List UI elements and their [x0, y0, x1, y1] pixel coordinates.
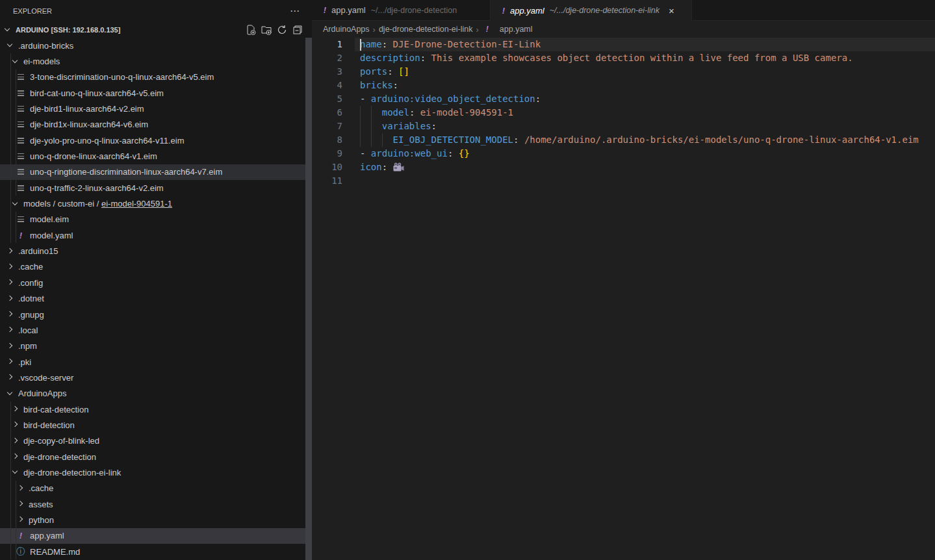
- chevron-right-icon[interactable]: [10, 404, 21, 414]
- yaml-icon: !: [498, 5, 509, 16]
- code-token: [453, 148, 458, 159]
- chevron-down-icon: [3, 25, 13, 35]
- tree-item-label: ArduinoApps: [18, 388, 66, 398]
- tree-item[interactable]: dje-bird1x-linux-aarch64-v6.eim: [0, 117, 312, 133]
- tree-item[interactable]: ei-models: [0, 53, 312, 69]
- tree-item[interactable]: uno-q-ringtione-discrimination-linux-aar…: [0, 164, 312, 180]
- code-line[interactable]: 11: [312, 174, 935, 188]
- code-line[interactable]: 6 model: ei-model-904591-1: [312, 106, 935, 120]
- tree-item[interactable]: .gnupg: [0, 307, 312, 322]
- breadcrumb-item[interactable]: !app.yaml: [482, 24, 533, 34]
- code-line[interactable]: 9- arduino:web_ui: {}: [312, 147, 935, 160]
- code-token: :: [393, 80, 398, 90]
- indent-guide: [10, 180, 11, 196]
- collapse-all-icon[interactable]: [292, 25, 303, 35]
- chevron-right-icon[interactable]: [5, 325, 16, 335]
- workspace-section-header[interactable]: ARDUINO [SSH: 192.168.0.135]: [0, 21, 312, 38]
- chevron-down-icon[interactable]: [5, 388, 16, 399]
- tree-item[interactable]: dje-drone-detection: [0, 449, 312, 465]
- code-line[interactable]: 2description: This example showcases obj…: [312, 51, 935, 65]
- tree-item[interactable]: models / custom-ei / ei-model-904591-1: [0, 196, 312, 211]
- tree-item[interactable]: .local: [0, 322, 312, 338]
- refresh-icon[interactable]: [277, 25, 287, 35]
- chevron-right-icon[interactable]: [10, 452, 21, 462]
- code-token: DJE-Drone-Detection-EI-Link: [387, 39, 541, 49]
- chevron-right-icon[interactable]: [10, 436, 21, 446]
- tree-item[interactable]: .dotnet: [0, 291, 312, 307]
- file-icon: [16, 104, 26, 114]
- tree-item[interactable]: assets: [0, 496, 312, 512]
- tree-item[interactable]: dje-copy-of-blink-led: [0, 433, 312, 449]
- chevron-right-icon[interactable]: [16, 515, 26, 525]
- tree-item[interactable]: !app.yaml: [0, 528, 312, 544]
- tree-item[interactable]: !model.yaml: [0, 227, 312, 243]
- breadcrumb-item[interactable]: ArduinoApps: [323, 25, 370, 34]
- new-folder-icon[interactable]: [261, 25, 272, 35]
- tree-item[interactable]: .npm: [0, 338, 312, 354]
- tree-item[interactable]: uno-q-drone-linux-aarch64-v1.eim: [0, 148, 312, 164]
- tree-item[interactable]: .arduino-bricks: [0, 38, 312, 53]
- tree-item[interactable]: .config: [0, 275, 312, 290]
- tab-bar: !app.yaml~/.../dje-drone-detection!app.y…: [312, 0, 935, 21]
- file-lines-glyph: [18, 121, 24, 127]
- tree-item[interactable]: .pki: [0, 354, 312, 370]
- tree-item-label: .cache: [29, 483, 53, 493]
- tree-item[interactable]: ⓘREADME.md: [0, 544, 312, 559]
- markdown-info-icon: ⓘ: [16, 546, 26, 557]
- tree-item[interactable]: .cache: [0, 481, 312, 496]
- code-line[interactable]: 8 EI_OBJ_DETECTION_MODEL: /home/arduino/…: [312, 133, 935, 147]
- tab[interactable]: !app.yaml~/.../dje-drone-detection: [312, 0, 491, 21]
- chevron-right-icon[interactable]: [16, 483, 26, 494]
- code-line[interactable]: 7 variables:: [312, 120, 935, 133]
- chevron-right-icon[interactable]: [5, 294, 16, 304]
- line-number: 8: [312, 133, 342, 147]
- close-icon[interactable]: ×: [669, 6, 674, 16]
- chevron-right-icon[interactable]: [5, 262, 16, 272]
- chevron-right-icon[interactable]: [16, 499, 26, 509]
- chevron-right-icon[interactable]: [5, 372, 16, 383]
- code-line[interactable]: 3ports: []: [312, 65, 935, 79]
- chevron-right-icon[interactable]: [5, 277, 16, 288]
- code-area[interactable]: 1name: DJE-Drone-Detection-EI-Link2descr…: [312, 38, 935, 560]
- tree-item[interactable]: dje-bird1-linux-aarch64-v2.eim: [0, 101, 312, 116]
- sidebar-scrollbar[interactable]: [305, 38, 312, 560]
- code-line[interactable]: 1name: DJE-Drone-Detection-EI-Link: [312, 38, 935, 51]
- chevron-down-icon[interactable]: [10, 57, 21, 67]
- tree-item-label: 3-tone-discrimination-uno-q-linux-aarch6…: [30, 72, 214, 82]
- tree-item[interactable]: 3-tone-discrimination-uno-q-linux-aarch6…: [0, 70, 312, 85]
- workspace-title: ARDUINO [SSH: 192.168.0.135]: [16, 26, 120, 34]
- code-token: -: [360, 94, 371, 104]
- code-line[interactable]: 4bricks:: [312, 79, 935, 92]
- code-token: [360, 107, 382, 118]
- chevron-right-icon[interactable]: [5, 357, 16, 367]
- chevron-down-icon[interactable]: [10, 199, 21, 209]
- tree-item[interactable]: bird-detection: [0, 417, 312, 433]
- more-actions-icon[interactable]: ⋯: [290, 8, 300, 14]
- tree-item[interactable]: python: [0, 512, 312, 528]
- code-line[interactable]: 5- arduino:video_object_detection:: [312, 92, 935, 106]
- chevron-right-icon[interactable]: [5, 309, 16, 320]
- code-token: :: [387, 66, 392, 77]
- tree-item[interactable]: uno-q-traffic-2-linux-aarch64-v2.eim: [0, 180, 312, 196]
- chevron-down-icon[interactable]: [10, 467, 21, 477]
- tab[interactable]: !app.yaml~/.../dje-drone-detection-ei-li…: [491, 0, 692, 21]
- breadcrumb-item[interactable]: dje-drone-detection-ei-link: [379, 25, 473, 34]
- chevron-right-icon[interactable]: [5, 246, 16, 257]
- section-actions: [246, 25, 303, 35]
- chevron-down-icon[interactable]: [5, 40, 16, 51]
- chevron-right-icon[interactable]: [10, 420, 21, 430]
- tab-label: app.yaml: [331, 5, 366, 15]
- code-line[interactable]: 10icon:: [312, 160, 935, 174]
- tree-item[interactable]: .vscode-server: [0, 370, 312, 385]
- new-file-icon[interactable]: [246, 25, 256, 35]
- code-token: arduino:video_object_detection: [371, 94, 535, 104]
- tree-item[interactable]: .arduino15: [0, 243, 312, 259]
- tree-item[interactable]: bird-cat-detection: [0, 401, 312, 417]
- chevron-right-icon[interactable]: [5, 341, 16, 351]
- tree-item[interactable]: model.eim: [0, 212, 312, 227]
- tree-item[interactable]: ArduinoApps: [0, 386, 312, 401]
- tree-item[interactable]: dje-yolo-pro-uno-q-linux-aarch64-v11.eim: [0, 133, 312, 148]
- tree-item[interactable]: dje-drone-detection-ei-link: [0, 465, 312, 480]
- tree-item[interactable]: .cache: [0, 259, 312, 275]
- tree-item[interactable]: bird-cat-uno-q-linux-aarch64-v5.eim: [0, 85, 312, 101]
